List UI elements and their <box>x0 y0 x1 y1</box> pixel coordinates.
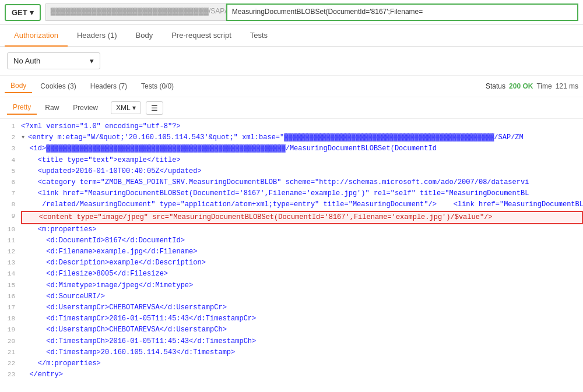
line-number: 4 <box>0 155 21 166</box>
url-bar: ▓▓▓▓▓▓▓▓▓▓▓▓▓▓▓▓▓▓▓▓▓▓▓▓▓▓▓▓▓▓▓/SAP/ZMOB… <box>45 3 578 21</box>
code-line: 23 </entry> <box>0 369 583 380</box>
line-content: <title type="text">example</title> <box>21 155 583 166</box>
line-number: 3 <box>0 143 21 154</box>
code-line: 4 <title type="text">example</title> <box>0 155 583 166</box>
line-number: 14 <box>0 269 21 280</box>
line-content: <updated>2016-01-10T00:40:05Z</updated> <box>21 166 583 177</box>
line-number: 5 <box>0 166 21 177</box>
line-number: 15 <box>0 280 21 291</box>
auth-chevron: ▾ <box>90 56 94 65</box>
code-line: 2▾ <entry m:etag="W/&quot;'20.160.105.11… <box>0 132 583 143</box>
line-content: <link href="MeasuringDocumentBLOBSet(Doc… <box>21 188 583 199</box>
line-content: <d:DocumentId>8167</d:DocumentId> <box>21 235 583 246</box>
line-content: <id>▓▓▓▓▓▓▓▓▓▓▓▓▓▓▓▓▓▓▓▓▓▓▓▓▓▓▓▓▓▓▓▓▓▓▓▓… <box>21 143 583 154</box>
status-label: Status <box>486 82 505 90</box>
line-content: <d:Filesize>8005</d:Filesize> <box>21 269 583 280</box>
line-content: <content type="image/jpeg" src="Measurin… <box>21 211 583 224</box>
code-line: 16 <d:SourceURI/> <box>0 291 583 302</box>
line-number: 22 <box>0 358 21 369</box>
code-line: 5 <updated>2016-01-10T00:40:05Z</updated… <box>0 166 583 177</box>
code-line: 11 <d:DocumentId>8167</d:DocumentId> <box>0 235 583 246</box>
request-tabs: AuthorizationHeaders (1)BodyPre-request … <box>0 25 583 47</box>
line-content: <d:Timestamp>20.160.105.114.543</d:Times… <box>21 347 583 358</box>
body-tab-0[interactable]: Body <box>5 79 32 93</box>
line-number: 21 <box>0 347 21 358</box>
line-content: <?xml version="1.0" encoding="utf-8"?> <box>21 121 583 132</box>
line-content: <m:properties> <box>21 224 583 235</box>
line-content: </entry> <box>21 369 583 380</box>
line-content: <d:Description>example</d:Description> <box>21 257 583 269</box>
line-number: 23 <box>0 369 21 380</box>
body-tab-1[interactable]: Cookies (3) <box>34 80 82 93</box>
wrap-icon-btn[interactable]: ☰ <box>146 101 163 115</box>
line-number: 19 <box>0 324 21 336</box>
response-tabs-row: PrettyRawPreviewXML ▾☰ <box>0 97 583 119</box>
format-select[interactable]: XML ▾ <box>111 101 141 114</box>
code-line: 7 <link href="MeasuringDocumentBLOBSet(D… <box>0 188 583 199</box>
resp-tab-2[interactable]: Preview <box>67 101 104 114</box>
code-line: 20 <d:TimestampCh>2016-01-05T11:45:43</d… <box>0 336 583 347</box>
toggler[interactable]: ▾ <box>21 132 28 143</box>
method-button[interactable]: GET ▾ <box>5 4 41 21</box>
code-line: 14 <d:Filesize>8005</d:Filesize> <box>0 269 583 280</box>
line-number: 10 <box>0 224 21 235</box>
code-line: 10 <m:properties> <box>0 224 583 235</box>
code-area: 1<?xml version="1.0" encoding="utf-8"?>2… <box>0 119 583 383</box>
code-line: 15 <d:Mimetype>image/jpeg</d:Mimetype> <box>0 280 583 291</box>
line-number: 1 <box>0 121 21 132</box>
request-tab-1[interactable]: Headers (1) <box>68 25 127 47</box>
line-number: 8 <box>0 199 21 210</box>
method-chevron: ▾ <box>30 8 34 17</box>
request-tab-0[interactable]: Authorization <box>5 25 68 47</box>
line-subtext: /related/MeasuringDocument" type="applic… <box>21 199 437 210</box>
code-line: 19 <d:UserstampCh>CHEBOTAREVSA</d:Userst… <box>0 324 583 336</box>
line-content: <d:TimestampCh>2016-01-05T11:45:43</d:Ti… <box>21 336 583 347</box>
code-line: 21 <d:Timestamp>20.160.105.114.543</d:Ti… <box>0 347 583 358</box>
request-tab-4[interactable]: Tests <box>241 25 277 47</box>
code-line: 6 <category term="ZMOB_MEAS_POINT_SRV.Me… <box>0 177 583 188</box>
line-content: <d:UserstampCh>CHEBOTAREVSA</d:Userstamp… <box>21 324 583 336</box>
line-content: <d:UserstampCr>CHEBOTAREVSA</d:Userstamp… <box>21 302 583 313</box>
code-line: 17 <d:UserstampCr>CHEBOTAREVSA</d:Userst… <box>0 302 583 313</box>
status-row: Status 200 OK Time 121 ms <box>486 82 578 90</box>
line-number: 9 <box>0 211 21 222</box>
resp-tab-0[interactable]: Pretty <box>7 101 37 115</box>
line-number: 2 <box>0 132 21 143</box>
line-number: 20 <box>0 336 21 347</box>
code-line: 22 </m:properties> <box>0 358 583 369</box>
request-tab-2[interactable]: Body <box>127 25 163 47</box>
top-bar: GET ▾ ▓▓▓▓▓▓▓▓▓▓▓▓▓▓▓▓▓▓▓▓▓▓▓▓▓▓▓▓▓▓▓/SA… <box>0 0 583 25</box>
body-tabs-row: BodyCookies (3)Headers (7)Tests (0/0)Sta… <box>0 76 583 97</box>
line-content: <d:Filename>example.jpg</d:Filename> <box>21 246 583 257</box>
line-content: <d:SourceURI/> <box>21 291 583 302</box>
resp-tab-1[interactable]: Raw <box>39 101 65 114</box>
request-tab-3[interactable]: Pre-request script <box>162 25 241 47</box>
line-content: <d:Mimetype>image/jpeg</d:Mimetype> <box>21 280 583 291</box>
auth-type-label: No Auth <box>13 56 40 65</box>
line-content: <link href="MeasuringDocumentBLOBSet(Doc… <box>437 199 583 210</box>
line-number: 16 <box>0 291 21 302</box>
code-line: 9 <content type="image/jpeg" src="Measur… <box>0 211 583 224</box>
line-content: </m:properties> <box>21 358 583 369</box>
line-number: 12 <box>0 246 21 257</box>
line-number: 6 <box>0 177 21 188</box>
status-code: 200 OK <box>509 82 533 90</box>
body-tab-3[interactable]: Tests (0/0) <box>135 80 180 93</box>
url-grey-part[interactable]: ▓▓▓▓▓▓▓▓▓▓▓▓▓▓▓▓▓▓▓▓▓▓▓▓▓▓▓▓▓▓▓/SAP/ZMOB… <box>45 3 226 21</box>
auth-select[interactable]: No Auth ▾ <box>7 52 100 69</box>
auth-row: No Auth ▾ <box>0 47 583 76</box>
line-number: 11 <box>0 235 21 246</box>
line-content: <d:TimestampCr>2016-01-05T11:45:43</d:Ti… <box>21 313 583 324</box>
line-number: 18 <box>0 313 21 324</box>
code-line: 12 <d:Filename>example.jpg</d:Filename> <box>0 246 583 257</box>
code-line: 18 <d:TimestampCr>2016-01-05T11:45:43</d… <box>0 313 583 324</box>
body-tab-2[interactable]: Headers (7) <box>85 80 133 93</box>
code-line: 8/related/MeasuringDocument" type="appli… <box>0 199 583 210</box>
line-content: <category term="ZMOB_MEAS_POINT_SRV.Meas… <box>21 177 583 188</box>
code-line: 1<?xml version="1.0" encoding="utf-8"?> <box>0 121 583 132</box>
line-content: ▾ <entry m:etag="W/&quot;'20.160.105.114… <box>21 132 583 143</box>
code-line: 3 <id>▓▓▓▓▓▓▓▓▓▓▓▓▓▓▓▓▓▓▓▓▓▓▓▓▓▓▓▓▓▓▓▓▓▓… <box>0 143 583 154</box>
url-green-part[interactable]: MeasuringDocumentBLOBSet(DocumentId='816… <box>226 3 578 21</box>
line-number: 17 <box>0 302 21 313</box>
time-label: Time <box>536 82 552 90</box>
